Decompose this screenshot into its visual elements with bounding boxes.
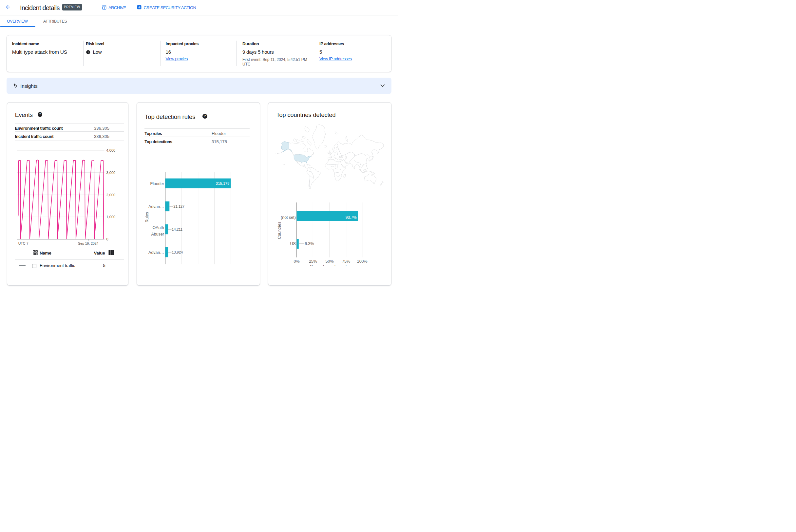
svg-text:Advan…: Advan… [148,250,164,255]
svg-text:4,000: 4,000 [107,148,116,152]
svg-text:75%: 75% [342,259,350,264]
svg-text:315,178: 315,178 [216,182,230,185]
svg-text:OAuth: OAuth [153,225,164,230]
svg-text:Sep 19, 2024: Sep 19, 2024 [78,242,99,245]
svg-text:50%: 50% [325,259,334,264]
svg-text:UTC-7: UTC-7 [18,242,29,245]
svg-text:6.3%: 6.3% [305,242,314,246]
svg-text:93.7%: 93.7% [346,215,357,220]
svg-text:3,000: 3,000 [107,171,116,175]
svg-text:2,000: 2,000 [107,193,116,197]
svg-text:Abuser: Abuser [151,232,164,236]
svg-text:13,924: 13,924 [172,250,183,254]
svg-text:0%: 0% [293,259,299,264]
svg-text:14,211: 14,211 [172,227,183,231]
svg-text:US: US [290,242,296,246]
svg-text:1,000: 1,000 [107,215,116,219]
svg-text:(not set): (not set) [281,215,296,220]
svg-text:Flooder: Flooder [150,182,164,186]
svg-text:0: 0 [107,237,109,241]
svg-text:25%: 25% [309,259,317,264]
svg-text:Advan…: Advan… [148,204,164,209]
svg-text:21,127: 21,127 [174,204,185,208]
svg-text:Percentage of events: Percentage of events [310,264,349,266]
svg-text:100%: 100% [357,259,367,264]
